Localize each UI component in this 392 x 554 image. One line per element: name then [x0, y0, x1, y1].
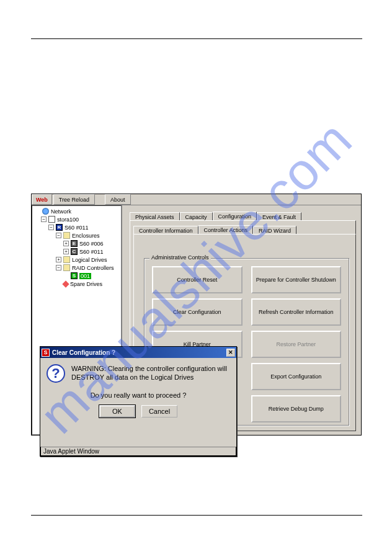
question-icon: ? — [47, 364, 65, 383]
web-button[interactable]: Web — [32, 194, 52, 205]
tree-node-network[interactable]: Network — [33, 207, 121, 215]
tree-node-raid-001[interactable]: S 001 — [33, 272, 121, 280]
tree-reload-button[interactable]: Tree Reload — [53, 194, 95, 205]
controller-icon: R — [56, 224, 63, 231]
about-button[interactable]: About — [105, 194, 131, 205]
retrieve-debug-dump-button[interactable]: Retrieve Debug Dump — [251, 395, 342, 422]
globe-icon — [42, 208, 49, 215]
page-rule-bottom — [31, 515, 362, 516]
dialog-status-bar: Java Applet Window — [40, 447, 236, 456]
folder-icon — [63, 256, 70, 263]
tree-node-host[interactable]: − stora100 — [33, 215, 121, 223]
dialog-app-icon: S — [42, 349, 50, 357]
cancel-button[interactable]: Cancel — [141, 405, 177, 418]
group-label: Administrative Controls — [149, 254, 211, 261]
tree-node-raid-controllers[interactable]: − RAID Controllers — [33, 264, 121, 272]
spare-icon — [62, 280, 69, 287]
export-configuration-button[interactable]: Export Configuration — [251, 363, 342, 390]
enclosure-icon: E — [71, 240, 78, 247]
ok-button[interactable]: OK — [99, 405, 135, 418]
dialog-titlebar: S Clear Configuration ? ✕ — [40, 347, 236, 358]
tree-node-controller[interactable]: − R S60 #011 — [33, 223, 121, 231]
controller-reset-button[interactable]: Controller Reset — [152, 266, 243, 293]
tree-node-spare-drives[interactable]: Spare Drives — [33, 280, 121, 288]
restore-partner-button: Restore Partner — [251, 331, 342, 358]
tree-node-enclosures[interactable]: − Enclosures — [33, 231, 121, 239]
tree-node-enc1[interactable]: + E S60 #006 — [33, 239, 121, 248]
raid-icon: S — [71, 272, 78, 279]
close-icon[interactable]: ✕ — [226, 349, 235, 357]
folder-icon — [63, 264, 70, 271]
clear-configuration-dialog: S Clear Configuration ? ✕ ? WARNING: Cle… — [40, 346, 237, 457]
dialog-prompt: Do you really want to proceed ? — [47, 391, 230, 399]
folder-icon — [63, 232, 70, 239]
main-toolbar: Web Tree Reload About — [32, 194, 361, 205]
server-icon — [48, 216, 55, 223]
enclosure-icon: C — [71, 248, 78, 255]
tree-node-enc2[interactable]: + C S60 #011 — [33, 248, 121, 256]
page-rule-top — [31, 38, 362, 39]
refresh-controller-info-button[interactable]: Refresh Controller Information — [251, 298, 342, 326]
prepare-shutdown-button[interactable]: Prepare for Controller Shutdown — [251, 266, 342, 293]
clear-configuration-button[interactable]: Clear Configuration — [152, 298, 243, 326]
dialog-title: Clear Configuration ? — [52, 349, 115, 356]
tree-node-logical-drives[interactable]: + Logical Drives — [33, 256, 121, 264]
dialog-warning-text: WARNING: Clearing the controller configu… — [71, 364, 227, 382]
